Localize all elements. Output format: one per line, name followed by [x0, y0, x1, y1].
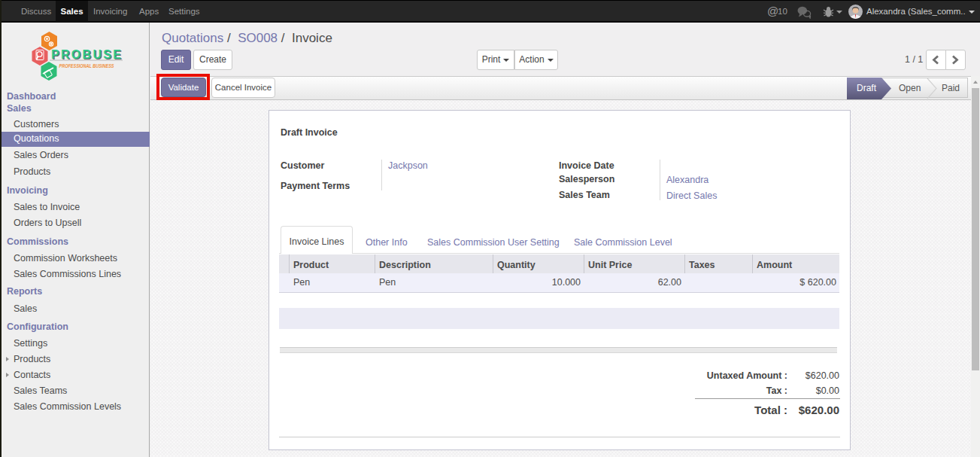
- svg-text:PROBUSE: PROBUSE: [51, 48, 121, 61]
- svg-text:PROFESSIONAL BUSINESS: PROFESSIONAL BUSINESS: [59, 62, 114, 69]
